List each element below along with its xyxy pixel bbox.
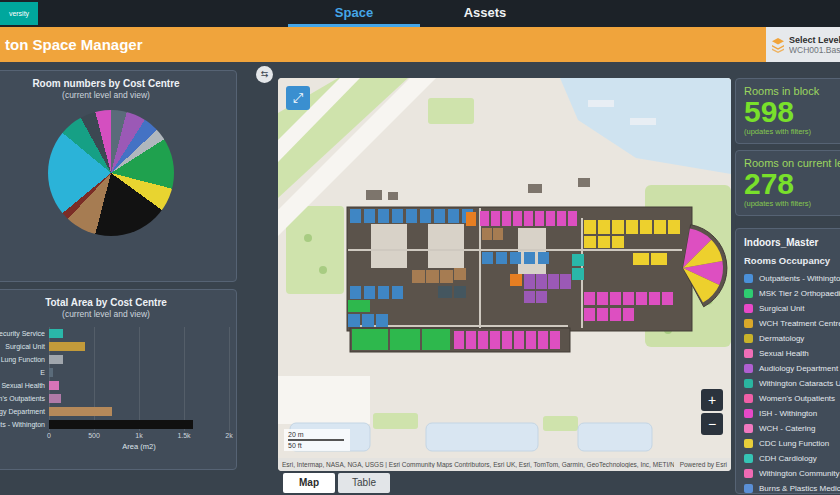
rooms-in-block-value: 598 <box>744 97 840 127</box>
rooms-current-level-value: 278 <box>744 169 840 199</box>
level-selector-value: WCH001.Bas <box>789 45 840 55</box>
legend-item: Surgical Unit <box>744 301 840 316</box>
legend-item: Women's Outpatients <box>744 391 840 406</box>
bar-chart-x-label: Area (m2) <box>49 442 229 451</box>
legend-swatch <box>744 319 753 328</box>
legend-swatch <box>744 349 753 358</box>
legend-item: Audiology Department <box>744 361 840 376</box>
bar[interactable] <box>49 368 53 377</box>
legend-item: WCH Treatment Centre <box>744 316 840 331</box>
legend-label: Audiology Department <box>759 364 838 373</box>
legend-item: Outpatients - Withington <box>744 271 840 286</box>
bar-category-label: Outpatients - Withington <box>0 421 45 428</box>
bar-category-label: Surgical Unit <box>5 343 45 350</box>
x-tick-label: 500 <box>88 432 100 439</box>
tab-space[interactable]: Space <box>288 0 420 27</box>
map-attribution-bar: Esri, Intermap, NASA, NGA, USGS | Esri C… <box>278 458 731 471</box>
legend-item: ISH - Withington <box>744 406 840 421</box>
bar-category-label: Security Service <box>0 330 45 337</box>
map-zoom-controls: + − <box>701 389 723 435</box>
scale-metric: 20 m <box>288 431 344 441</box>
tab-table-view[interactable]: Table <box>338 473 390 493</box>
pie-chart-panel: Room numbers by Cost Centre (current lev… <box>0 70 237 282</box>
legend-label: Burns & Plastics Medical S <box>759 484 840 493</box>
legend-item: Sexual Health <box>744 346 840 361</box>
legend-swatch <box>744 409 753 418</box>
bar[interactable] <box>49 329 63 338</box>
bar[interactable] <box>49 407 112 416</box>
legend-swatch <box>744 484 753 493</box>
rooms-in-block-panel: Rooms in block 598 (updates with filters… <box>735 78 840 144</box>
legend-swatch <box>744 394 753 403</box>
legend-label: WCH - Catering <box>759 424 815 433</box>
pie-chart[interactable] <box>48 110 174 236</box>
bar-chart-panel: Total Area by Cost Centre (current level… <box>0 289 237 470</box>
legend-label: MSK Tier 2 Orthopaedics <box>759 289 840 298</box>
bar-category-label: Sexual Health <box>1 382 45 389</box>
zoom-in-button[interactable]: + <box>701 389 723 411</box>
legend-label: Sexual Health <box>759 349 809 358</box>
legend-item: WCH - Catering <box>744 421 840 436</box>
legend-label: CDH Cardiology <box>759 454 817 463</box>
legend-subtitle: Rooms Occupancy <box>744 255 840 266</box>
legend-item: CDC Lung Function <box>744 436 840 451</box>
bar-chart[interactable]: Security ServiceSurgical UnitCDC Lung Fu… <box>49 327 229 431</box>
legend-label: Dermatology <box>759 334 804 343</box>
map-attribution-text: Esri, Intermap, NASA, NGA, USGS | Esri C… <box>282 461 674 468</box>
powered-by-esri: Powered by Esri <box>680 461 727 468</box>
bar[interactable] <box>49 394 61 403</box>
x-tick-label: 1k <box>135 432 142 439</box>
bar-row[interactable]: CDC Lung Function <box>49 353 229 366</box>
legend-item: MSK Tier 2 Orthopaedics <box>744 286 840 301</box>
legend-label: Outpatients - Withington <box>759 274 840 283</box>
legend-title: Indoors_Master <box>744 237 840 248</box>
tab-map-view[interactable]: Map <box>283 473 335 493</box>
legend-swatch <box>744 304 753 313</box>
tab-assets[interactable]: Assets <box>430 0 540 24</box>
bar-row[interactable]: Women's Outpatients <box>49 392 229 405</box>
bar-row[interactable]: Sexual Health <box>49 379 229 392</box>
panel-collapse-button[interactable]: ⇆ <box>256 66 273 83</box>
bar-row[interactable]: Security Service <box>49 327 229 340</box>
map-scale-bar: 20 m 50 ft <box>284 429 350 451</box>
bar-row[interactable]: Surgical Unit <box>49 340 229 353</box>
bar[interactable] <box>49 381 59 390</box>
legend-items: Outpatients - WithingtonMSK Tier 2 Ortho… <box>744 271 840 494</box>
rooms-current-level-panel: Rooms on current level 278 (updates with… <box>735 150 840 216</box>
legend-item: CDH Cardiology <box>744 451 840 466</box>
level-selector-label: Select Level <box>789 35 840 45</box>
bar-row[interactable]: Outpatients - Withington <box>49 418 229 431</box>
x-tick-label: 1.5k <box>177 432 190 439</box>
rooms-current-level-note: (updates with filters) <box>744 199 840 208</box>
map-view-tabs: Map Table <box>283 473 390 493</box>
legend-item: Withington Community OPD <box>744 466 840 481</box>
bar-chart-title: Total Area by Cost Centre <box>0 297 236 308</box>
bar[interactable] <box>49 342 85 351</box>
layers-icon <box>770 37 786 53</box>
space-manager-dashboard: versity Space Assets ton Space Manager S… <box>0 0 840 495</box>
bar-row[interactable]: Audiology Department <box>49 405 229 418</box>
university-logo: versity <box>0 2 38 25</box>
legend-item: Dermatology <box>744 331 840 346</box>
x-tick-label: 2k <box>225 432 232 439</box>
page-title: ton Space Manager <box>5 27 143 62</box>
legend-label: ISH - Withington <box>759 409 817 418</box>
bar[interactable] <box>49 420 193 429</box>
bar-row[interactable]: E <box>49 366 229 379</box>
bar-category-label: Women's Outpatients <box>0 395 45 402</box>
pie-chart-subtitle: (current level and view) <box>0 90 236 100</box>
legend-swatch <box>744 289 753 298</box>
map-expand-button[interactable]: ⤢ <box>286 86 310 110</box>
map-panel[interactable]: ⤢ 20 m 50 ft + − Esri, Intermap, NASA, N… <box>278 78 731 471</box>
bar[interactable] <box>49 355 63 364</box>
legend-item: Withington Cataracts Unit <box>744 376 840 391</box>
pie-chart-title: Room numbers by Cost Centre <box>0 78 236 89</box>
floor-plan-map[interactable] <box>278 78 731 458</box>
legend-label: Withington Cataracts Unit <box>759 379 840 388</box>
zoom-out-button[interactable]: − <box>701 413 723 435</box>
legend-label: Surgical Unit <box>759 304 804 313</box>
bar-chart-subtitle: (current level and view) <box>0 309 236 319</box>
level-selector[interactable]: Select Level WCH001.Bas <box>766 27 840 62</box>
rooms-in-block-note: (updates with filters) <box>744 127 840 136</box>
legend-label: Withington Community OPD <box>759 469 840 478</box>
